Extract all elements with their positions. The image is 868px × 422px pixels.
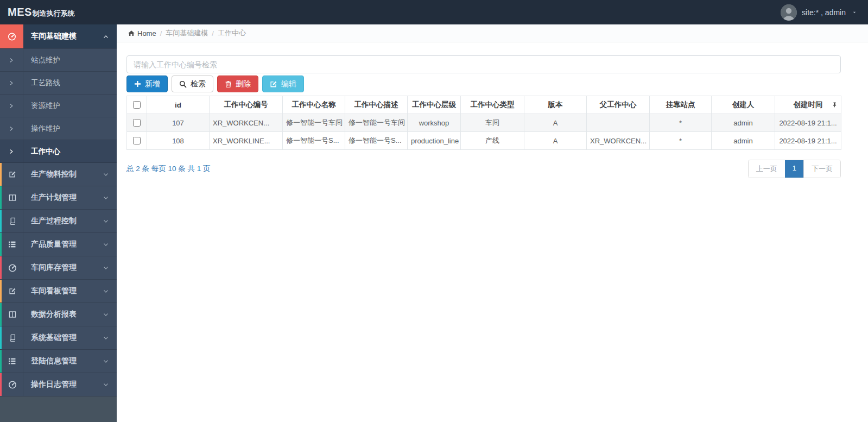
pin-icon[interactable] [832,102,838,109]
chevron-down-icon [103,242,109,247]
caret-down-icon [852,11,857,14]
row-checkbox[interactable] [133,137,141,144]
sidebar-item[interactable]: 车间看板管理 [0,280,117,303]
sidebar-item[interactable]: 车间库存管理 [0,256,117,280]
user-dropdown-toggle[interactable]: site:* , admin [781,4,857,21]
breadcrumb-home-label: Home [137,29,156,37]
table-cell: 修一智能一号S... [283,132,345,150]
sidebar-item[interactable]: 生产物料控制 [0,163,117,186]
chevron-right-icon [9,125,14,132]
delete-button[interactable]: 删除 [217,75,258,92]
sidebar-item-label: 生产物料控制 [23,163,103,186]
edit-icon [9,171,16,178]
sidebar-item[interactable]: 生产计划管理 [0,186,117,210]
column-header: 工作中心层级 [408,96,461,114]
sidebar-item-label: 产品质量管理 [23,233,103,256]
select-all-checkbox[interactable] [133,101,141,109]
chevron-down-icon [103,172,109,177]
book-icon [9,217,16,225]
sidebar-item[interactable]: 生产过程控制 [0,210,117,233]
list-icon [8,357,16,365]
top-navbar: MES 制造执行系统 site:* , admin [0,0,868,24]
sidebar-item[interactable]: 系统基础管理 [0,326,117,350]
logo-text-secondary: 制造执行系统 [33,9,75,18]
sidebar-item-label: 系统基础管理 [23,326,103,349]
column-header: 挂靠站点 [650,96,712,114]
table-cell [587,114,650,132]
row-checkbox[interactable] [133,119,141,127]
sidebar-item[interactable]: 登陆信息管理 [0,350,117,373]
table-cell: A [524,132,587,150]
sidebar-item[interactable]: 操作日志管理 [0,373,117,396]
chevron-down-icon [103,266,109,270]
page-body: 新增检索删除编辑 id工作中心编号工作中心名称工作中心描述工作中心层级工作中心类… [126,55,841,178]
edit-button[interactable]: 编辑 [262,75,304,92]
breadcrumb-separator: / [160,29,162,37]
sidebar-submenu: 站点维护工艺路线资源维护操作维护工作中心 [0,49,117,163]
sidebar-filler [0,396,117,422]
app-logo: MES 制造执行系统 [8,6,75,18]
sidebar-subitem[interactable]: 工作中心 [0,140,117,163]
chevron-down-icon [103,359,109,364]
sidebar-item[interactable]: 产品质量管理 [0,233,117,256]
search-input[interactable] [126,55,841,73]
column-header: 工作中心描述 [345,96,408,114]
sidebar-subitem[interactable]: 站点维护 [0,49,117,72]
breadcrumb: Home / 车间基础建模 / 工作中心 [117,24,868,42]
book-icon [9,334,16,342]
prev-page-button[interactable]: 上一页 [749,160,785,178]
column-header: id [147,96,210,114]
search-button[interactable]: 检索 [172,75,213,92]
table-cell: * [650,132,712,150]
trash-icon [225,80,232,88]
sidebar-item-label: 车间看板管理 [23,280,103,303]
sidebar-subitem-label: 资源维护 [23,95,117,117]
breadcrumb-item-parent: 车间基础建模 [166,28,208,38]
search-icon [179,80,187,88]
edit-icon [9,287,16,295]
user-site-label: site:* , admin [802,8,846,17]
breadcrumb-separator: / [212,29,214,37]
sidebar-subitem[interactable]: 工艺路线 [0,72,117,95]
chevron-down-icon [103,196,109,200]
table-cell: XR_WORKLINE... [210,132,283,150]
table-cell: admin [712,114,775,132]
sidebar-subitem-label: 操作维护 [23,117,117,140]
table-cell: workshop [408,114,461,132]
sidebar-item-workshop-modeling[interactable]: 车间基础建模 [0,24,117,49]
page-1-button[interactable]: 1 [785,160,803,178]
sidebar-item-label: 车间库存管理 [23,256,103,279]
table-cell: 108 [147,132,210,150]
list-icon [8,241,16,248]
table-row[interactable]: 108XR_WORKLINE...修一智能一号S...修一智能一号S...pro… [127,132,841,150]
column-header: 工作中心名称 [283,96,345,114]
sidebar-subitem[interactable]: 资源维护 [0,95,117,117]
table-cell: 2022-08-19 21:1... [775,114,841,132]
table-header-row: id工作中心编号工作中心名称工作中心描述工作中心层级工作中心类型版本父工作中心挂… [127,96,841,114]
sidebar-nav: 车间基础建模 站点维护工艺路线资源维护操作维护工作中心 生产物料控制生产计划管理… [0,24,117,422]
table-cell: 车间 [461,114,524,132]
table-cell: admin [712,132,775,150]
chevron-down-icon [103,289,109,294]
sidebar-subitem[interactable]: 操作维护 [0,117,117,140]
dashboard-icon [0,24,23,48]
pagination-bar: 总 2 条 每页 10 条 共 1 页 上一页 1 下一页 [126,160,841,178]
breadcrumb-home-link[interactable]: Home [128,29,156,37]
button-label: 新增 [145,79,160,89]
sidebar-item-label: 数据分析报表 [23,303,103,326]
main-content: Home / 车间基础建模 / 工作中心 新增检索删除编辑 id工作中心编号工作… [117,24,868,422]
pagination-summary: 总 2 条 每页 10 条 共 1 页 [126,164,211,174]
table-row[interactable]: 107XR_WORKCEN...修一智能一号车间修一智能一号车间workshop… [127,114,841,132]
add-button[interactable]: 新增 [126,75,168,92]
column-header: 创建时间 [775,96,841,114]
table-cell: 修一智能一号车间 [283,114,345,132]
row-select-cell [127,114,147,132]
sidebar-item[interactable]: 数据分析报表 [0,303,117,326]
table-cell: 107 [147,114,210,132]
edit-icon [270,80,277,88]
next-page-button[interactable]: 下一页 [803,160,840,178]
table-cell: A [524,114,587,132]
chevron-right-icon [9,148,14,155]
button-label: 编辑 [281,79,296,89]
table-cell: XR_WORKCEN... [587,132,650,150]
